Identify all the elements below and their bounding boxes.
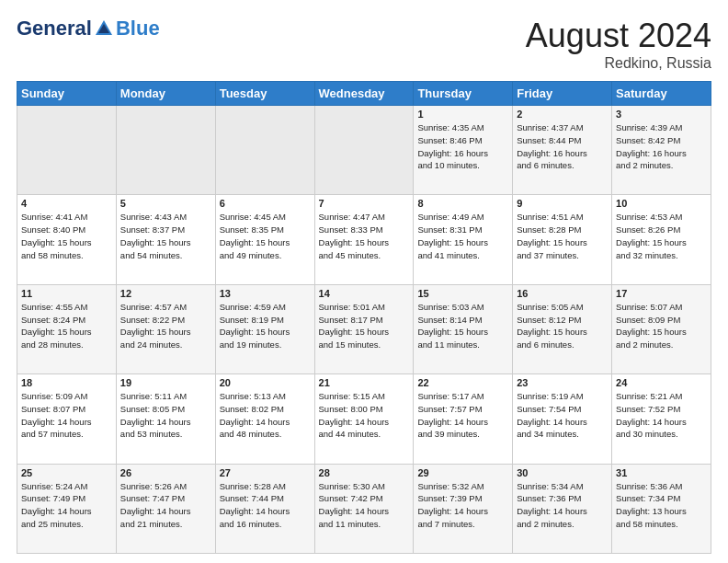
calendar-cell: 22Sunrise: 5:17 AMSunset: 7:57 PMDayligh…: [414, 374, 513, 464]
calendar-table: SundayMondayTuesdayWednesdayThursdayFrid…: [17, 81, 711, 554]
day-info: Sunrise: 5:26 AMSunset: 7:47 PMDaylight:…: [120, 480, 211, 531]
calendar-cell: 7Sunrise: 4:47 AMSunset: 8:33 PMDaylight…: [314, 195, 414, 284]
day-info: Sunrise: 4:41 AMSunset: 8:40 PMDaylight:…: [21, 211, 112, 261]
day-number: 10: [616, 198, 707, 209]
day-number: 15: [417, 288, 508, 299]
calendar-cell: 17Sunrise: 5:07 AMSunset: 8:09 PMDayligh…: [612, 284, 711, 373]
day-info: Sunrise: 4:45 AMSunset: 8:35 PMDaylight:…: [220, 211, 311, 261]
day-number: 13: [220, 288, 311, 299]
calendar-cell: 26Sunrise: 5:26 AMSunset: 7:47 PMDayligh…: [116, 464, 215, 553]
day-info: Sunrise: 4:47 AMSunset: 8:33 PMDaylight:…: [319, 211, 410, 261]
calendar-cell: 18Sunrise: 5:09 AMSunset: 8:07 PMDayligh…: [17, 374, 117, 464]
day-number: 23: [517, 377, 608, 388]
day-info: Sunrise: 4:39 AMSunset: 8:42 PMDaylight:…: [616, 121, 707, 172]
calendar-cell: 20Sunrise: 5:13 AMSunset: 8:02 PMDayligh…: [215, 374, 314, 464]
calendar-cell: [215, 106, 314, 195]
location: Redkino, Russia: [526, 55, 711, 72]
weekday-header-saturday: Saturday: [612, 82, 711, 106]
calendar-week-row: 1Sunrise: 4:35 AMSunset: 8:46 PMDaylight…: [17, 106, 711, 195]
calendar-cell: 15Sunrise: 5:03 AMSunset: 8:14 PMDayligh…: [414, 284, 513, 373]
calendar-cell: 9Sunrise: 4:51 AMSunset: 8:28 PMDaylight…: [513, 195, 612, 284]
calendar-cell: 11Sunrise: 4:55 AMSunset: 8:24 PMDayligh…: [17, 284, 117, 373]
day-number: 7: [319, 198, 410, 209]
day-info: Sunrise: 4:53 AMSunset: 8:26 PMDaylight:…: [616, 211, 707, 261]
day-info: Sunrise: 5:15 AMSunset: 8:00 PMDaylight:…: [319, 390, 410, 441]
day-number: 18: [21, 377, 112, 388]
calendar-cell: 12Sunrise: 4:57 AMSunset: 8:22 PMDayligh…: [116, 284, 215, 373]
day-info: Sunrise: 4:57 AMSunset: 8:22 PMDaylight:…: [120, 301, 211, 351]
calendar-cell: 14Sunrise: 5:01 AMSunset: 8:17 PMDayligh…: [314, 284, 414, 373]
day-number: 14: [319, 288, 410, 299]
calendar-cell: 28Sunrise: 5:30 AMSunset: 7:42 PMDayligh…: [314, 464, 414, 553]
calendar-cell: 13Sunrise: 4:59 AMSunset: 8:19 PMDayligh…: [215, 284, 314, 373]
calendar-week-row: 4Sunrise: 4:41 AMSunset: 8:40 PMDaylight…: [17, 195, 711, 284]
calendar-cell: 30Sunrise: 5:34 AMSunset: 7:36 PMDayligh…: [513, 464, 612, 553]
calendar-cell: 24Sunrise: 5:21 AMSunset: 7:52 PMDayligh…: [612, 374, 711, 464]
weekday-header-tuesday: Tuesday: [215, 82, 314, 106]
weekday-header-sunday: Sunday: [17, 82, 117, 106]
weekday-header-thursday: Thursday: [414, 82, 513, 106]
day-number: 28: [319, 467, 410, 478]
day-number: 1: [417, 109, 508, 120]
logo-blue: Blue: [116, 17, 160, 40]
day-number: 8: [417, 198, 508, 209]
day-number: 30: [517, 467, 608, 478]
calendar-cell: 2Sunrise: 4:37 AMSunset: 8:44 PMDaylight…: [513, 106, 612, 195]
calendar-cell: 29Sunrise: 5:32 AMSunset: 7:39 PMDayligh…: [414, 464, 513, 553]
day-info: Sunrise: 4:51 AMSunset: 8:28 PMDaylight:…: [517, 211, 608, 261]
day-number: 5: [120, 198, 211, 209]
day-info: Sunrise: 4:49 AMSunset: 8:31 PMDaylight:…: [417, 211, 508, 261]
calendar-cell: [17, 106, 117, 195]
calendar-cell: 19Sunrise: 5:11 AMSunset: 8:05 PMDayligh…: [116, 374, 215, 464]
calendar-week-row: 25Sunrise: 5:24 AMSunset: 7:49 PMDayligh…: [17, 464, 711, 553]
weekday-header-wednesday: Wednesday: [314, 82, 414, 106]
day-number: 27: [220, 467, 311, 478]
day-info: Sunrise: 5:07 AMSunset: 8:09 PMDaylight:…: [616, 301, 707, 351]
day-info: Sunrise: 4:43 AMSunset: 8:37 PMDaylight:…: [120, 211, 211, 261]
day-info: Sunrise: 5:19 AMSunset: 7:54 PMDaylight:…: [517, 390, 608, 441]
logo-general: General: [17, 17, 92, 40]
month-title: August 2024: [526, 17, 711, 55]
calendar-cell: 3Sunrise: 4:39 AMSunset: 8:42 PMDaylight…: [612, 106, 711, 195]
day-info: Sunrise: 5:21 AMSunset: 7:52 PMDaylight:…: [616, 390, 707, 441]
day-info: Sunrise: 5:32 AMSunset: 7:39 PMDaylight:…: [417, 480, 508, 531]
day-number: 31: [616, 467, 707, 478]
day-info: Sunrise: 5:11 AMSunset: 8:05 PMDaylight:…: [120, 390, 211, 441]
day-info: Sunrise: 5:01 AMSunset: 8:17 PMDaylight:…: [319, 301, 410, 351]
weekday-header-friday: Friday: [513, 82, 612, 106]
weekday-header-row: SundayMondayTuesdayWednesdayThursdayFrid…: [17, 82, 711, 106]
logo: General Blue: [17, 17, 160, 40]
calendar-cell: 25Sunrise: 5:24 AMSunset: 7:49 PMDayligh…: [17, 464, 117, 553]
day-number: 26: [120, 467, 211, 478]
day-number: 24: [616, 377, 707, 388]
day-info: Sunrise: 4:59 AMSunset: 8:19 PMDaylight:…: [220, 301, 311, 351]
calendar-cell: [116, 106, 215, 195]
page: General Blue August 2024 Redkino, Russia…: [0, 0, 728, 563]
calendar-cell: 1Sunrise: 4:35 AMSunset: 8:46 PMDaylight…: [414, 106, 513, 195]
day-number: 29: [417, 467, 508, 478]
day-number: 21: [319, 377, 410, 388]
calendar-cell: 21Sunrise: 5:15 AMSunset: 8:00 PMDayligh…: [314, 374, 414, 464]
day-info: Sunrise: 5:13 AMSunset: 8:02 PMDaylight:…: [220, 390, 311, 441]
day-number: 11: [21, 288, 112, 299]
day-number: 12: [120, 288, 211, 299]
calendar-week-row: 11Sunrise: 4:55 AMSunset: 8:24 PMDayligh…: [17, 284, 711, 373]
weekday-header-monday: Monday: [116, 82, 215, 106]
calendar-cell: 23Sunrise: 5:19 AMSunset: 7:54 PMDayligh…: [513, 374, 612, 464]
day-number: 9: [517, 198, 608, 209]
day-info: Sunrise: 4:37 AMSunset: 8:44 PMDaylight:…: [517, 121, 608, 172]
logo-icon: [94, 18, 114, 39]
day-number: 25: [21, 467, 112, 478]
day-info: Sunrise: 5:34 AMSunset: 7:36 PMDaylight:…: [517, 480, 608, 531]
day-number: 20: [220, 377, 311, 388]
calendar-cell: 31Sunrise: 5:36 AMSunset: 7:34 PMDayligh…: [612, 464, 711, 553]
title-area: August 2024 Redkino, Russia: [526, 17, 711, 72]
calendar-cell: 6Sunrise: 4:45 AMSunset: 8:35 PMDaylight…: [215, 195, 314, 284]
day-info: Sunrise: 5:17 AMSunset: 7:57 PMDaylight:…: [417, 390, 508, 441]
calendar-cell: 8Sunrise: 4:49 AMSunset: 8:31 PMDaylight…: [414, 195, 513, 284]
calendar-cell: 27Sunrise: 5:28 AMSunset: 7:44 PMDayligh…: [215, 464, 314, 553]
day-number: 4: [21, 198, 112, 209]
day-info: Sunrise: 5:28 AMSunset: 7:44 PMDaylight:…: [220, 480, 311, 531]
day-number: 3: [616, 109, 707, 120]
day-info: Sunrise: 5:05 AMSunset: 8:12 PMDaylight:…: [517, 301, 608, 351]
